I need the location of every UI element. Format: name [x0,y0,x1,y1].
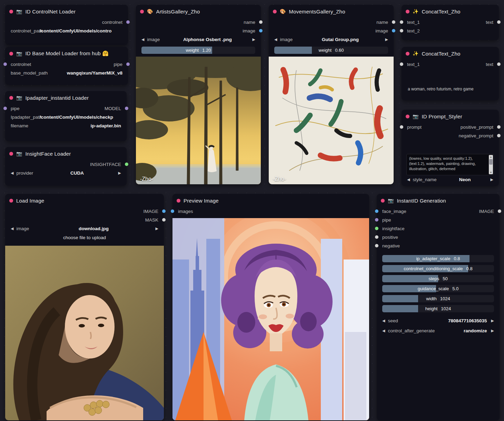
steps-slider[interactable]: steps 50 [382,275,494,282]
node-id-controlnet-loader[interactable]: 📷 ID ControlNet Loader controlnet contro… [5,5,128,45]
combo-left-arrow-icon[interactable]: ◀ [141,37,144,42]
negative-prompt-textarea[interactable]: (lowres, low quality, worst quality:1.2)… [406,154,494,175]
output-port-image[interactable] [392,29,395,32]
input-port-prompt[interactable] [400,125,403,129]
input-port-text-1[interactable] [400,20,403,24]
node-header[interactable]: 📷 InsightFace Loader [5,147,127,160]
node-header[interactable]: ✨ ConcatText_Zho [402,5,499,18]
textarea-scrollbar[interactable]: ▲ ▼ [489,155,493,174]
choose-file-button[interactable]: choose file to upload [5,233,164,242]
base-model-path-widget[interactable]: base_model_path wangqixun/YamerMIX_v8 [5,69,128,77]
node-load-image[interactable]: Load Image IMAGE MASK ◀ image download.j… [5,194,164,420]
ip-adapter-scale-slider[interactable]: ip_adapter_scale 0.8 [382,255,494,262]
node-preview-image[interactable]: Preview Image images [172,194,369,420]
input-port-negative[interactable] [375,244,378,247]
combo-right-arrow-icon[interactable]: ▶ [491,177,493,182]
ipadapter-path-widget[interactable]: Ipadapter_path /content/ComfyUI/models/c… [5,113,127,121]
style-name-combo[interactable]: ◀ style_name Neon ▶ [402,175,499,184]
node-header[interactable]: 🎨 ArtistsGallery_Zho [136,5,261,18]
node-header[interactable]: 📷 ID Prompt_Styler [402,110,499,123]
controlnet-path-widget[interactable]: controlnet_path /content/ComfyUI/models/… [5,27,128,35]
guidance-scale-slider[interactable]: guidance_scale 5.0 [382,285,494,292]
node-id-base-model-loader[interactable]: 📷 ID Base Model Loader from hub 🤗 contro… [5,47,128,85]
node-ipadapter-instantid-loader[interactable]: 📷 Ipadapter_instantid Loader pipe MODEL … [5,91,127,141]
output-port-text[interactable] [497,62,501,66]
node-concat-text-top[interactable]: ✨ ConcatText_Zho text_1 text text_2 [402,5,499,40]
controlnet-conditioning-scale-slider[interactable]: controlnet_conditioning_scale 0.8 [382,265,494,272]
input-port-text-2[interactable] [400,29,403,32]
node-header[interactable]: 🎨 MovementsGallery_Zho [269,5,394,18]
node-header[interactable]: Preview Image [172,194,369,207]
output-port-image[interactable] [259,29,263,32]
input-port-pipe[interactable] [375,218,378,222]
image-combo[interactable]: ◀ image Alphonse Osbert .png ▶ [136,35,261,44]
image-combo[interactable]: ◀ image Gutai Group.png ▶ [269,35,394,44]
scroll-down-icon[interactable]: ▼ [489,170,493,174]
node-concat-text-bottom[interactable]: ✨ ConcatText_Zho text_1 text a woman, re… [402,47,499,100]
output-port-mask[interactable] [162,218,166,222]
node-instantid-generation[interactable]: 📷 InstantID Generation face_image IMAGE … [377,194,500,420]
input-port-pipe[interactable] [3,107,7,110]
filename-widget[interactable]: filename ip-adapter.bin [5,121,127,130]
output-port-name[interactable] [392,20,395,24]
node-header[interactable]: ✨ ConcatText_Zho [402,47,499,60]
input-port-images[interactable] [171,209,174,213]
node-insightface-loader[interactable]: 📷 InsightFace Loader INSIGHTFACE ◀ provi… [5,147,127,186]
input-label-prompt: prompt [407,125,422,130]
combo-right-arrow-icon[interactable]: ▶ [491,319,494,323]
combo-right-arrow-icon[interactable]: ▶ [385,37,388,42]
input-port-text-1[interactable] [400,62,403,66]
output-port-positive-prompt[interactable] [497,125,501,129]
weight-slider[interactable]: weight 1.20 [141,47,255,54]
combo-label: image [147,37,160,42]
output-port-model[interactable] [125,107,128,110]
negative-prompt-text: (lowres, low quality, worst quality:1.2)… [409,156,487,172]
input-port-face-image[interactable] [375,209,378,213]
scroll-up-icon[interactable]: ▲ [489,155,493,159]
output-label-pipe: pipe [113,62,122,67]
combo-left-arrow-icon[interactable]: ◀ [382,319,385,323]
node-header[interactable]: 📷 InstantID Generation [377,194,500,207]
output-port-pipe[interactable] [126,62,130,66]
node-movements-gallery[interactable]: 🎨 MovementsGallery_Zho name image ◀ imag… [269,5,394,184]
control-after-generate-widget[interactable]: ◀ control_after_generate randomize ▶ [377,326,500,335]
text-widget[interactable]: a woman, retro futurism, retro game [402,87,499,91]
node-header[interactable]: 📷 Ipadapter_instantid Loader [5,91,127,104]
node-header[interactable]: 📷 ID Base Model Loader from hub 🤗 [5,47,128,60]
height-slider[interactable]: height 1024 [382,305,494,312]
output-port-negative-prompt[interactable] [497,134,501,137]
node-id-prompt-styler[interactable]: 📷 ID Prompt_Styler prompt positive_promp… [402,110,499,186]
output-label-image: image [243,28,255,33]
output-port-insightface[interactable] [125,163,128,166]
output-port-image[interactable] [498,209,501,213]
provider-combo[interactable]: ◀ provider CUDA ▶ [5,169,127,177]
sparkles-icon: ✨ [413,51,418,56]
combo-label: image [280,37,293,42]
scroll-thumb[interactable] [489,159,493,165]
combo-label: seed [388,318,398,323]
combo-right-arrow-icon[interactable]: ▶ [491,329,494,333]
combo-left-arrow-icon[interactable]: ◀ [11,226,13,231]
combo-right-arrow-icon[interactable]: ▶ [156,226,158,231]
output-port-controlnet[interactable] [126,20,130,24]
input-port-insightface[interactable] [375,227,378,230]
input-port-positive[interactable] [375,235,378,239]
combo-right-arrow-icon[interactable]: ▶ [253,37,255,42]
combo-left-arrow-icon[interactable]: ◀ [11,171,13,175]
weight-slider[interactable]: weight 0.60 [274,47,388,54]
node-artists-gallery[interactable]: 🎨 ArtistsGallery_Zho name image ◀ image … [136,5,261,184]
output-port-name[interactable] [259,20,263,24]
combo-left-arrow-icon[interactable]: ◀ [407,177,410,182]
seed-widget[interactable]: ◀ seed 780847710635035 ▶ [377,316,500,325]
node-header[interactable]: 📷 ID ControlNet Loader [5,5,128,18]
combo-left-arrow-icon[interactable]: ◀ [382,329,385,333]
output-port-image[interactable] [162,209,166,213]
image-file-combo[interactable]: ◀ image download.jpg ▶ [5,224,164,233]
combo-left-arrow-icon[interactable]: ◀ [274,37,277,42]
width-slider[interactable]: width 1024 [382,295,494,302]
output-port-text[interactable] [497,20,501,24]
input-port-controlnet[interactable] [3,62,7,66]
node-header[interactable]: Load Image [5,194,164,207]
node-graph-canvas[interactable]: 📷 ID ControlNet Loader controlnet contro… [0,0,504,421]
combo-right-arrow-icon[interactable]: ▶ [118,171,121,175]
